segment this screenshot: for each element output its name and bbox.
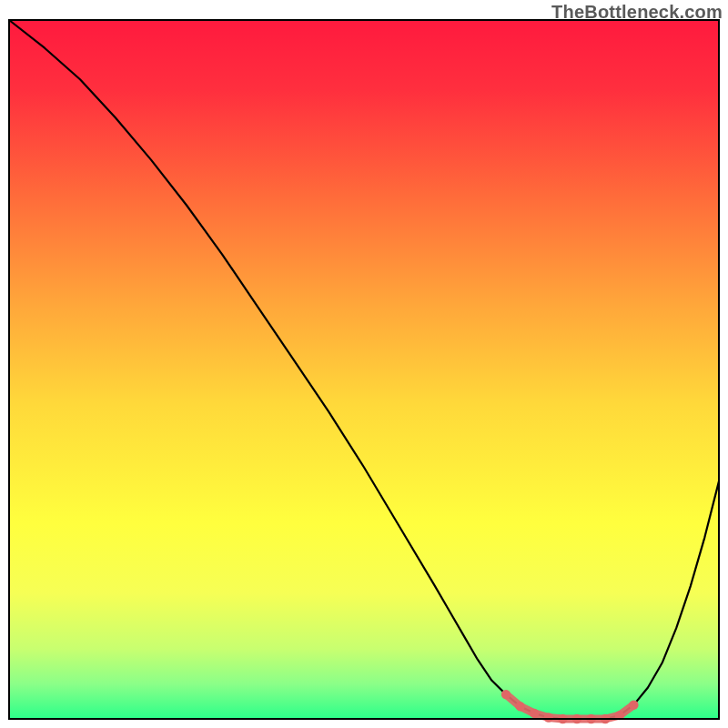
optimal-zone-marker <box>501 690 511 699</box>
optimal-zone-marker <box>544 713 553 722</box>
optimal-zone-marker <box>530 709 539 718</box>
bottleneck-chart: TheBottleneck.com <box>0 0 728 728</box>
optimal-zone-marker <box>515 702 524 711</box>
chart-canvas <box>0 0 728 728</box>
optimal-zone-marker <box>629 700 638 709</box>
gradient-background <box>9 20 719 719</box>
